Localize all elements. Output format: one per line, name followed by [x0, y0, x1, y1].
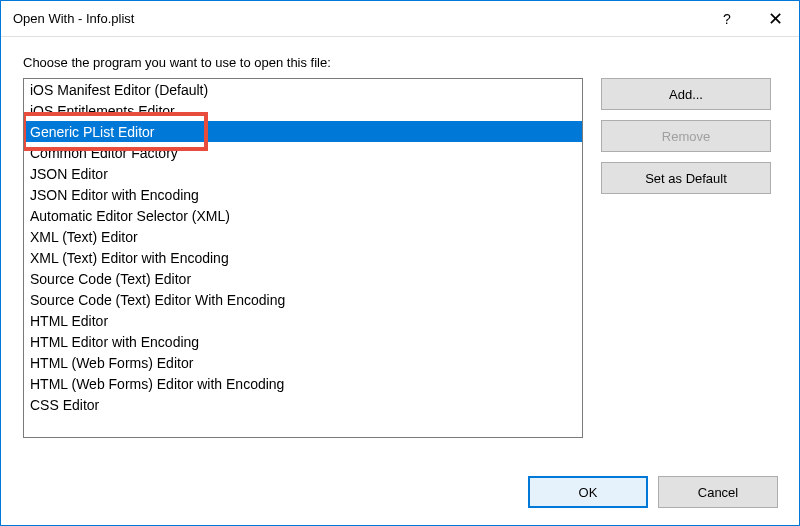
program-listbox-container: iOS Manifest Editor (Default)iOS Entitle… — [23, 78, 583, 438]
list-item[interactable]: HTML Editor with Encoding — [24, 331, 582, 352]
list-item[interactable]: iOS Manifest Editor (Default) — [24, 79, 582, 100]
list-item[interactable]: CSS Editor — [24, 394, 582, 415]
cancel-button[interactable]: Cancel — [658, 476, 778, 508]
help-button[interactable]: ? — [703, 1, 751, 36]
list-item[interactable]: HTML Editor — [24, 310, 582, 331]
main-area: iOS Manifest Editor (Default)iOS Entitle… — [23, 78, 777, 438]
program-listbox[interactable]: iOS Manifest Editor (Default)iOS Entitle… — [24, 79, 582, 437]
list-item[interactable]: JSON Editor — [24, 163, 582, 184]
titlebar-buttons: ? ✕ — [703, 1, 799, 36]
side-buttons: Add... Remove Set as Default — [601, 78, 771, 438]
instruction-label: Choose the program you want to use to op… — [23, 55, 777, 70]
ok-button[interactable]: OK — [528, 476, 648, 508]
list-item[interactable]: XML (Text) Editor with Encoding — [24, 247, 582, 268]
list-item[interactable]: Common Editor Factory — [24, 142, 582, 163]
close-icon: ✕ — [768, 8, 783, 30]
add-button[interactable]: Add... — [601, 78, 771, 110]
list-item[interactable]: XML (Text) Editor — [24, 226, 582, 247]
help-icon: ? — [723, 11, 731, 27]
list-item[interactable]: HTML (Web Forms) Editor with Encoding — [24, 373, 582, 394]
list-item[interactable]: Source Code (Text) Editor With Encoding — [24, 289, 582, 310]
list-item[interactable]: Generic PList Editor — [24, 121, 582, 142]
content-area: Choose the program you want to use to op… — [1, 37, 799, 438]
list-item[interactable]: Source Code (Text) Editor — [24, 268, 582, 289]
list-item[interactable]: Automatic Editor Selector (XML) — [24, 205, 582, 226]
remove-button[interactable]: Remove — [601, 120, 771, 152]
set-default-button[interactable]: Set as Default — [601, 162, 771, 194]
list-item[interactable]: HTML (Web Forms) Editor — [24, 352, 582, 373]
window-title: Open With - Info.plist — [13, 11, 703, 26]
close-button[interactable]: ✕ — [751, 1, 799, 36]
list-item[interactable]: iOS Entitlements Editor — [24, 100, 582, 121]
bottom-buttons: OK Cancel — [528, 476, 778, 508]
titlebar: Open With - Info.plist ? ✕ — [1, 1, 799, 37]
list-item[interactable]: JSON Editor with Encoding — [24, 184, 582, 205]
